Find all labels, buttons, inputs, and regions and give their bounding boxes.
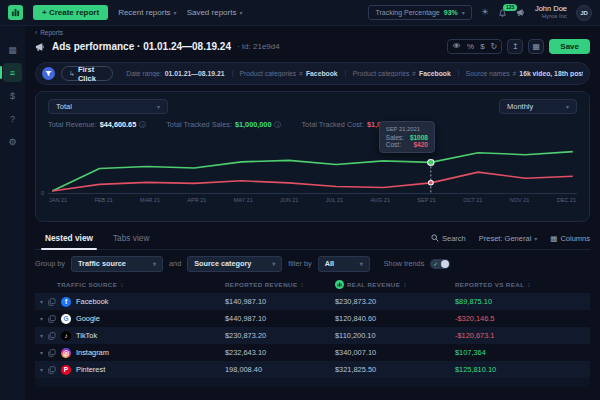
compare-expand-icon[interactable] — [48, 298, 56, 306]
attribution-icon: ↳ — [69, 70, 75, 78]
filter-chip-label: Product categories — [240, 70, 297, 77]
group-by-select-2[interactable]: Source category ▾ — [187, 256, 282, 272]
sidebar-item-help[interactable]: ? — [3, 109, 22, 128]
notifications-badge: 123 — [503, 4, 517, 11]
sidebar-item-dashboard[interactable]: ▦ — [3, 40, 22, 59]
traffic-source-cell: ▾ ◎ Instagram — [35, 348, 225, 358]
row-expand-caret-icon[interactable]: ▾ — [40, 332, 43, 339]
search-button[interactable]: Search — [431, 234, 466, 243]
real-revenue-value: $120,840.60 — [335, 314, 455, 323]
tab-nested-view[interactable]: Nested view — [35, 227, 103, 249]
eye-icon[interactable] — [452, 42, 461, 51]
table-row-pinterest[interactable]: ▾ P Pinterest 198,008.40 $321,825.50 $12… — [35, 361, 590, 378]
saved-reports-menu[interactable]: Saved reports ▾ — [187, 8, 243, 17]
show-trends-toggle[interactable]: ✓ — [430, 259, 450, 269]
x-axis-label: AUG 21 — [370, 197, 390, 203]
preset-select[interactable]: Preset: General ▾ — [479, 234, 538, 243]
col-real-revenue[interactable]: Real revenue ↕ — [335, 280, 455, 289]
x-axis-label: SEP 21 — [417, 197, 436, 203]
info-icon[interactable]: i — [139, 121, 146, 128]
announcements-megaphone-icon[interactable] — [516, 8, 526, 17]
report-action-group: % $ ↻ — [447, 39, 502, 54]
title-actions: % $ ↻ ↥ ▦ Save — [447, 39, 590, 54]
save-button[interactable]: Save — [549, 39, 590, 54]
table-layout-button[interactable]: ▦ — [528, 39, 544, 54]
chart-stats-row: Total Revenue: $44,600.65 i Total Tracke… — [48, 120, 577, 129]
row-expand-caret-icon[interactable]: ▾ — [40, 298, 43, 305]
page-title: Ads performance · 01.01.24—08.19.24 — [52, 41, 231, 52]
table-row-google[interactable]: ▾ G Google $440,987.10 $120,840.60 -$320… — [35, 310, 590, 327]
table-tools: Search Preset: General ▾ ▦ Columns — [431, 234, 590, 243]
report-megaphone-icon — [35, 42, 46, 52]
breadcrumb-label: Reports — [40, 29, 63, 36]
filter-chip[interactable]: Product categories ≠ Facebook — [232, 70, 345, 77]
row-expand-caret-icon[interactable]: ▾ — [40, 349, 43, 356]
col-label: Real revenue — [347, 281, 400, 288]
toggle-knob — [441, 260, 449, 268]
filter-by-select[interactable]: All ▾ — [318, 256, 370, 272]
sidebar-item-icon: ▦ — [8, 45, 17, 55]
columns-label: Columns — [560, 234, 590, 243]
stat-label: Total Tracked Sales: — [166, 120, 232, 129]
x-axis-label: MAR 21 — [140, 197, 160, 203]
avatar[interactable]: JD — [576, 5, 592, 21]
sidebar-item-billing[interactable]: $ — [3, 86, 22, 105]
sidebar-item-reports[interactable]: ≡ — [3, 63, 22, 82]
table-row-facebook[interactable]: ▾ f Facebook $140,987.10 $230,873.20 $89… — [35, 293, 590, 310]
filter-chip[interactable]: Date range: 01.01.21—08.19.21 — [119, 70, 231, 77]
row-expand-caret-icon[interactable]: ▾ — [40, 366, 43, 373]
recent-reports-menu[interactable]: Recent reports ▾ — [118, 8, 176, 17]
dollar-icon[interactable]: $ — [480, 43, 484, 51]
filter-chip[interactable]: Source names ≠ 16k video, 18th post, 16k… — [458, 70, 583, 77]
x-axis-label: APR 21 — [187, 197, 206, 203]
create-report-button[interactable]: + Create report — [33, 5, 108, 20]
user-info[interactable]: John Doe Hyros Inc — [535, 5, 567, 21]
col-reported-vs-real[interactable]: Reported vs real ↕ — [455, 281, 590, 288]
attribution-model-chip[interactable]: ↳ First Click — [61, 66, 113, 81]
compare-expand-icon[interactable] — [48, 315, 56, 323]
reported-vs-real-value: -$320,146.5 — [455, 314, 590, 323]
columns-button[interactable]: ▦ Columns — [550, 234, 590, 243]
app-logo-icon[interactable] — [8, 5, 23, 20]
filter-chip-label: Source names — [466, 70, 510, 77]
stat-value: $44,600.65 — [100, 120, 137, 129]
export-share-button[interactable]: ↥ — [507, 39, 523, 54]
col-traffic-source[interactable]: Traffic source ↕ — [35, 281, 225, 288]
percent-icon[interactable]: % — [467, 43, 474, 51]
info-icon[interactable]: i — [274, 121, 281, 128]
sidebar-item-settings[interactable]: ⚙ — [3, 132, 22, 151]
x-axis-label: FEB 21 — [94, 197, 112, 203]
compare-expand-icon[interactable] — [48, 349, 56, 357]
tracking-percentage-select[interactable]: Tracking Percentage 93% ▾ — [368, 5, 471, 20]
theme-brightness-icon[interactable]: ☀ — [481, 8, 489, 17]
tab-tabs-view[interactable]: Tabs view — [103, 227, 159, 249]
period-select[interactable]: Monthly ▾ — [499, 99, 577, 114]
refresh-icon[interactable]: ↻ — [491, 43, 498, 51]
recent-reports-label: Recent reports — [118, 8, 170, 17]
table-row-partial[interactable] — [35, 378, 590, 387]
saved-reports-label: Saved reports — [187, 8, 237, 17]
filter-chip[interactable]: Product categories ≠ Facebook — [345, 70, 458, 77]
compare-expand-icon[interactable] — [48, 332, 56, 340]
traffic-source-cell: ▾ ♪ TikTok — [35, 331, 225, 341]
preset-label: Preset: General — [479, 234, 532, 243]
x-axis-label: DEC 21 — [557, 197, 576, 203]
period-select-value: Monthly — [507, 102, 533, 111]
table-row-tiktok[interactable]: ▾ ♪ TikTok $230,873.20 $110,200.10 -$120… — [35, 327, 590, 344]
chevron-down-icon: ▾ — [566, 103, 569, 110]
table-row-instagram[interactable]: ▾ ◎ Instagram $232,643.10 $340,007.10 $1… — [35, 344, 590, 361]
filter-funnel-icon[interactable] — [42, 67, 55, 80]
compare-expand-icon[interactable] — [48, 366, 56, 374]
tooltip-cost-value: $420 — [414, 141, 428, 148]
group-by-select-1[interactable]: Traffic source ▾ — [71, 256, 163, 272]
notifications-button[interactable]: 123 — [498, 8, 507, 18]
sort-icon: ↕ — [300, 281, 304, 288]
breadcrumb[interactable]: ‹ Reports — [35, 29, 590, 36]
and-label: and — [169, 259, 181, 268]
sidebar: ▦ ≡ $ ? ⚙ — [0, 26, 25, 400]
col-reported-revenue[interactable]: Reported revenue ↕ — [225, 281, 335, 288]
traffic-source-cell: ▾ P Pinterest — [35, 365, 225, 375]
row-expand-caret-icon[interactable]: ▾ — [40, 315, 43, 322]
ads-performance-app: + Create report Recent reports ▾ Saved r… — [0, 0, 600, 400]
metric-select[interactable]: Total ▾ — [48, 99, 168, 114]
